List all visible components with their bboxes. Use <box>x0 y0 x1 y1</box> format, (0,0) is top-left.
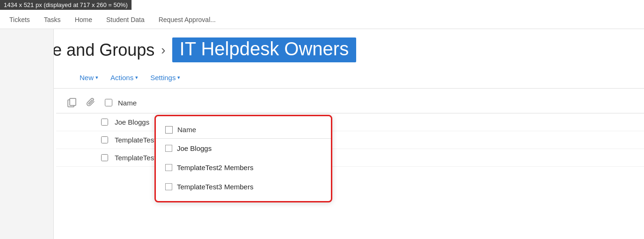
name-column-header: Name <box>118 99 137 107</box>
actions-button-label: Actions <box>110 74 133 82</box>
dropdown-item-checkbox-0[interactable] <box>165 145 172 152</box>
attach-icon[interactable] <box>84 96 97 109</box>
dropdown-item-checkbox-1[interactable] <box>165 164 172 171</box>
settings-button-label: Settings <box>150 74 176 82</box>
select-all-checkbox[interactable] <box>105 99 112 106</box>
dropdown-item-name-0: Joe Bloggs <box>177 144 212 152</box>
list-row: Joe Bloggs <box>56 113 644 131</box>
dropdown-header-checkbox[interactable] <box>165 126 173 134</box>
info-bar: 1434 x 521 px (displayed at 717 x 260 = … <box>0 0 132 10</box>
copy-icon[interactable] <box>66 96 79 109</box>
row-checkbox-2[interactable] <box>101 154 108 161</box>
dropdown-item-checkbox-2[interactable] <box>165 183 172 190</box>
breadcrumb-chevron-icon: › <box>161 43 165 58</box>
settings-chevron-icon: ▾ <box>177 75 180 81</box>
row-name-0: Joe Bloggs <box>115 118 149 126</box>
table-header: Name <box>56 92 644 113</box>
breadcrumb-current: IT Helpdesk Owners <box>172 37 357 62</box>
dropdown-item-name-2: TemplateTest3 Members <box>177 183 253 191</box>
dropdown-item-2[interactable]: TemplateTest3 Members <box>156 177 331 196</box>
dropdown-header-row: Name <box>156 121 331 139</box>
dropdown-header-label: Name <box>177 126 196 134</box>
actions-button[interactable]: Actions ▾ <box>106 71 143 84</box>
settings-button[interactable]: Settings ▾ <box>146 71 185 84</box>
new-button[interactable]: New ▾ <box>75 71 103 84</box>
dropdown-item-1[interactable]: TemplateTest2 Members <box>156 158 331 177</box>
breadcrumb: People and Groups › IT Helpdesk Owners <box>0 29 644 67</box>
nav-item-tasks[interactable]: Tasks <box>44 16 61 23</box>
top-navigation: Tickets Tasks Home Student Data Request … <box>0 10 644 29</box>
new-button-label: New <box>80 74 94 82</box>
list-row: TemplateTest2 Members <box>56 131 644 149</box>
row-checkbox-1[interactable] <box>101 136 108 143</box>
new-chevron-icon: ▾ <box>95 75 98 81</box>
nav-item-home[interactable]: Home <box>75 16 92 23</box>
actions-chevron-icon: ▾ <box>135 75 138 81</box>
dropdown-panel: Name Joe Bloggs TemplateTest2 Members Te… <box>154 115 332 202</box>
left-panel <box>0 29 54 239</box>
dropdown-item-0[interactable]: Joe Bloggs <box>156 139 331 158</box>
dropdown-item-name-1: TemplateTest2 Members <box>177 164 253 172</box>
nav-item-student-data[interactable]: Student Data <box>106 16 145 23</box>
svg-rect-1 <box>70 98 76 105</box>
nav-item-request-approval[interactable]: Request Approval... <box>159 16 216 23</box>
toolbar: New ▾ Actions ▾ Settings ▾ <box>0 67 644 89</box>
row-checkbox-0[interactable] <box>101 119 108 126</box>
list-row: TemplateTest3 Members <box>56 149 644 167</box>
nav-item-tickets[interactable]: Tickets <box>9 16 30 23</box>
